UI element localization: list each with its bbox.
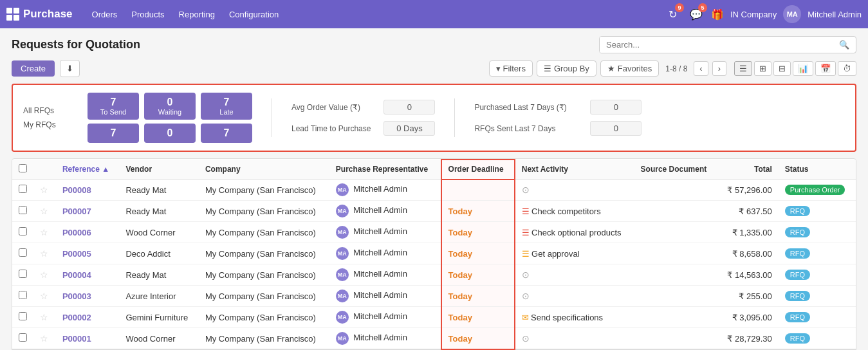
star-cell[interactable]: ☆: [33, 328, 56, 350]
vendor-header[interactable]: Vendor: [119, 160, 198, 180]
favorite-star-icon[interactable]: ☆: [40, 270, 48, 280]
row-checkbox-cell[interactable]: [12, 222, 33, 243]
select-all-checkbox[interactable]: [19, 164, 27, 172]
activity-circle-icon[interactable]: ⊙: [522, 333, 530, 344]
activity-cell[interactable]: ☰ Check competitors: [515, 201, 634, 222]
row-checkbox[interactable]: [19, 206, 27, 214]
create-button[interactable]: Create: [12, 60, 55, 77]
activity-circle-icon[interactable]: ⊙: [522, 270, 530, 280]
star-cell[interactable]: ☆: [33, 286, 56, 307]
star-cell[interactable]: ☆: [33, 264, 56, 286]
rep-header[interactable]: Purchase Representative: [329, 160, 441, 180]
row-checkbox[interactable]: [19, 185, 27, 193]
star-cell[interactable]: ☆: [33, 201, 56, 222]
star-cell[interactable]: ☆: [33, 307, 56, 328]
ref-link[interactable]: P00001: [62, 334, 91, 344]
star-cell[interactable]: ☆: [33, 222, 56, 243]
to-send-my-box[interactable]: 7: [88, 124, 139, 143]
username[interactable]: Mitchell Admin: [808, 10, 862, 19]
grid-view-button[interactable]: ⊟: [773, 61, 791, 76]
ref-link[interactable]: P00005: [62, 249, 91, 259]
activity-cell[interactable]: ⊙: [515, 328, 634, 350]
search-button[interactable]: 🔍: [833, 37, 856, 53]
favorite-star-icon[interactable]: ☆: [40, 248, 48, 259]
app-grid-icon[interactable]: [6, 8, 19, 21]
activity-check-icon[interactable]: ☰: [522, 207, 530, 216]
favorite-star-icon[interactable]: ☆: [40, 185, 48, 195]
kanban-view-button[interactable]: ⊞: [754, 61, 771, 76]
ref-link[interactable]: P00002: [62, 313, 91, 322]
company-name[interactable]: IN Company: [730, 10, 777, 19]
download-button[interactable]: ⬇: [60, 60, 80, 77]
ref-link[interactable]: P00006: [62, 228, 91, 237]
waiting-my-box[interactable]: 0: [144, 124, 196, 143]
activity-cell[interactable]: ☰ Get approval: [515, 243, 634, 264]
gift-icon[interactable]: 🎁: [711, 8, 724, 21]
activity-cell[interactable]: ⊙: [515, 180, 634, 201]
activity-warn-icon[interactable]: ☰: [522, 249, 530, 259]
row-checkbox[interactable]: [19, 248, 27, 257]
ref-link[interactable]: P00007: [62, 207, 91, 216]
star-cell[interactable]: ☆: [33, 243, 56, 264]
late-my-box[interactable]: 7: [201, 124, 252, 143]
updates-badge[interactable]: ↻ 9: [665, 6, 681, 23]
favorite-star-icon[interactable]: ☆: [40, 312, 48, 322]
activity-header[interactable]: Next Activity: [515, 160, 634, 180]
row-checkbox-cell[interactable]: [12, 328, 33, 350]
activity-cell[interactable]: ✉ Send specifications: [515, 307, 634, 328]
calendar-view-button[interactable]: 📅: [815, 61, 836, 76]
total-header[interactable]: Total: [717, 160, 779, 180]
filters-button[interactable]: ▾ Filters: [489, 60, 533, 77]
favorites-button[interactable]: ★ Favorites: [600, 60, 659, 77]
menu-configuration[interactable]: Configuration: [223, 7, 285, 22]
row-checkbox[interactable]: [19, 291, 27, 299]
row-checkbox-cell[interactable]: [12, 307, 33, 328]
list-view-button[interactable]: ☰: [734, 61, 752, 76]
status-header[interactable]: Status: [779, 160, 856, 180]
reference-header[interactable]: Reference ▲: [56, 160, 120, 180]
row-checkbox-cell[interactable]: [12, 180, 33, 201]
menu-products[interactable]: Products: [125, 7, 171, 22]
search-input[interactable]: [600, 37, 833, 53]
activity-cell[interactable]: ⊙: [515, 264, 634, 286]
prev-page-button[interactable]: ‹: [694, 61, 708, 76]
messages-badge[interactable]: 💬 5: [688, 6, 705, 23]
activity-check-icon[interactable]: ☰: [522, 228, 530, 237]
star-cell[interactable]: ☆: [33, 180, 56, 201]
activity-view-button[interactable]: ⏱: [838, 61, 856, 76]
row-checkbox[interactable]: [19, 333, 27, 342]
favorite-star-icon[interactable]: ☆: [40, 291, 48, 301]
row-checkbox-cell[interactable]: [12, 201, 33, 222]
menu-reporting[interactable]: Reporting: [172, 7, 221, 22]
company-name: My Company (San Francisco): [205, 228, 316, 237]
deadline-header[interactable]: Order Deadline: [441, 160, 515, 180]
user-avatar[interactable]: MA: [783, 5, 801, 23]
source-header[interactable]: Source Document: [634, 160, 718, 180]
favorite-star-icon[interactable]: ☆: [40, 333, 48, 344]
favorite-star-icon[interactable]: ☆: [40, 227, 48, 237]
activity-cell[interactable]: ⊙: [515, 286, 634, 307]
activity-circle-icon[interactable]: ⊙: [522, 291, 530, 301]
chart-view-button[interactable]: 📊: [793, 61, 813, 76]
activity-mail-icon[interactable]: ✉: [522, 313, 529, 322]
favorite-star-icon[interactable]: ☆: [40, 206, 48, 216]
ref-link[interactable]: P00004: [62, 270, 91, 280]
next-page-button[interactable]: ›: [712, 61, 726, 76]
row-checkbox[interactable]: [19, 312, 27, 320]
row-checkbox[interactable]: [19, 227, 27, 235]
row-checkbox-cell[interactable]: [12, 264, 33, 286]
company-header[interactable]: Company: [199, 160, 329, 180]
ref-link[interactable]: P00008: [62, 185, 91, 195]
waiting-all-box[interactable]: 0 Waiting: [144, 93, 196, 120]
menu-orders[interactable]: Orders: [86, 7, 124, 22]
ref-link[interactable]: P00003: [62, 291, 91, 301]
activity-circle-icon[interactable]: ⊙: [522, 185, 530, 195]
row-checkbox-cell[interactable]: [12, 243, 33, 264]
activity-cell[interactable]: ☰ Check optional products: [515, 222, 634, 243]
late-all-box[interactable]: 7 Late: [201, 93, 252, 120]
row-checkbox[interactable]: [19, 270, 27, 278]
select-all-header[interactable]: [12, 160, 33, 180]
groupby-button[interactable]: ☰ Group By: [537, 60, 596, 77]
to-send-all-box[interactable]: 7 To Send: [88, 93, 139, 120]
row-checkbox-cell[interactable]: [12, 286, 33, 307]
